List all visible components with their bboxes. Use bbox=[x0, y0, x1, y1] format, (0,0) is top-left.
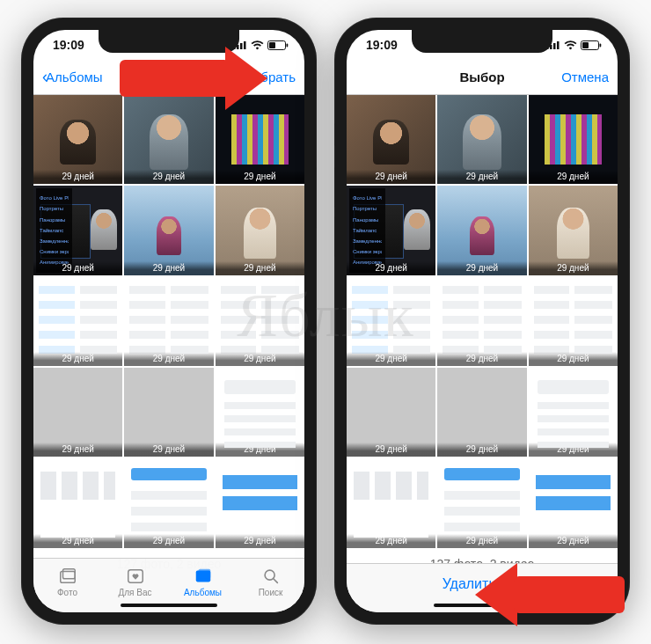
thumbnail[interactable]: 29 дней bbox=[33, 458, 122, 547]
tab-label: Альбомы bbox=[184, 588, 222, 597]
thumbnail[interactable]: Фото Live PhotosПортретыПанорамыТаймлапс… bbox=[347, 186, 435, 274]
back-label: Альбомы bbox=[46, 70, 103, 84]
albums-icon bbox=[194, 567, 213, 586]
side-button bbox=[316, 167, 317, 229]
svg-rect-19 bbox=[582, 42, 589, 48]
thumbnail[interactable]: 29 дней bbox=[529, 186, 618, 274]
svg-rect-5 bbox=[269, 42, 275, 48]
thumbnail[interactable]: 29 дней bbox=[347, 95, 435, 184]
thumbnail[interactable]: 29 дней bbox=[437, 368, 526, 457]
media-types-sidebar: Фото Live PhotosПортретыПанорамыТаймлапс… bbox=[36, 188, 72, 272]
thumbnail[interactable]: 29 дней bbox=[33, 95, 122, 184]
thumbnail[interactable]: 29 дней bbox=[437, 277, 526, 366]
search-icon bbox=[261, 567, 281, 586]
thumbnail[interactable]: 29 дней bbox=[437, 458, 526, 547]
thumbnail[interactable]: 29 дней bbox=[437, 95, 526, 184]
wifi-icon bbox=[564, 40, 577, 50]
back-button[interactable]: ‹ Альбомы bbox=[39, 68, 109, 86]
status-time: 19:09 bbox=[53, 38, 84, 52]
screen-right: 19:09 Выбор Отмена 29 дней 29 дней bbox=[347, 30, 618, 612]
tab-label: Поиск bbox=[259, 588, 283, 597]
thumbnail[interactable]: 29 дней bbox=[347, 277, 435, 366]
photo-grid-scroll[interactable]: 29 дней 29 дней 29 дней Фото Live Photos… bbox=[347, 95, 618, 563]
cancel-label: Отмена bbox=[561, 70, 609, 84]
thumbnail[interactable]: 29 дней bbox=[33, 277, 122, 366]
summary-count: 127 фото, 2 видео bbox=[347, 548, 618, 563]
tab-photos[interactable]: Фото bbox=[33, 559, 101, 612]
photos-icon bbox=[58, 567, 77, 586]
thumbnail[interactable]: 29 дней bbox=[529, 95, 618, 184]
thumbnail[interactable]: 29 дней bbox=[216, 368, 304, 457]
status-indicators bbox=[546, 40, 602, 50]
photo-grid: 29 дней 29 дней 29 дней Фото Live Photos… bbox=[347, 95, 618, 548]
volume-up bbox=[21, 167, 22, 208]
thumbnail[interactable]: 29 дней bbox=[437, 186, 526, 274]
status-time: 19:09 bbox=[366, 38, 398, 52]
heart-icon bbox=[126, 567, 145, 586]
side-button bbox=[629, 167, 630, 229]
battery-icon bbox=[267, 40, 289, 50]
svg-rect-17 bbox=[557, 41, 560, 49]
nav-title: Выбор bbox=[422, 70, 542, 84]
thumbnail[interactable]: 29 дней bbox=[347, 458, 435, 547]
thumbnail[interactable]: 29 дней bbox=[124, 368, 213, 457]
annotation-arrow-select bbox=[120, 47, 269, 110]
thumbnail[interactable]: 29 дней bbox=[216, 277, 304, 366]
cancel-button[interactable]: Отмена bbox=[542, 70, 612, 84]
nav-bar: Выбор Отмена bbox=[347, 60, 618, 95]
thumbnail[interactable]: 29 дней bbox=[216, 458, 304, 547]
thumbnail[interactable]: Фото Live PhotosПортретыПанорамыТаймлапс… bbox=[33, 186, 122, 274]
thumbnail[interactable]: 29 дней bbox=[347, 368, 435, 457]
svg-rect-6 bbox=[287, 43, 289, 47]
volume-down bbox=[21, 216, 22, 257]
home-indicator[interactable] bbox=[121, 604, 217, 607]
thumbnail[interactable]: 29 дней bbox=[124, 277, 213, 366]
mute-switch bbox=[21, 123, 22, 146]
thumbnail[interactable]: 29 дней bbox=[216, 186, 304, 274]
svg-rect-8 bbox=[62, 569, 75, 579]
photo-grid-scroll[interactable]: 29 дней 29 дней 29 дней Фото Live Photos… bbox=[33, 95, 304, 572]
thumbnail[interactable]: 29 дней bbox=[529, 277, 618, 366]
tab-search[interactable]: Поиск bbox=[237, 559, 304, 612]
mute-switch bbox=[334, 123, 335, 146]
volume-up bbox=[334, 167, 335, 208]
svg-rect-11 bbox=[198, 569, 210, 579]
battery-icon bbox=[581, 40, 602, 50]
screen-left: 19:09 ‹ Альбомы Н Выбрать bbox=[33, 30, 304, 612]
thumbnail[interactable]: 29 дней bbox=[529, 458, 618, 547]
phone-right: 19:09 Выбор Отмена 29 дней 29 дней bbox=[334, 18, 630, 625]
tab-label: Для Вас bbox=[118, 588, 151, 597]
tab-label: Фото bbox=[57, 588, 77, 597]
thumbnail[interactable]: 29 дней bbox=[33, 368, 122, 457]
thumbnail[interactable]: 29 дней bbox=[124, 186, 213, 274]
svg-rect-20 bbox=[600, 43, 602, 47]
notch bbox=[412, 30, 552, 53]
photo-grid: 29 дней 29 дней 29 дней Фото Live Photos… bbox=[33, 95, 304, 548]
svg-line-13 bbox=[273, 579, 277, 583]
thumbnail[interactable]: 29 дней bbox=[124, 458, 213, 547]
volume-down bbox=[334, 216, 335, 257]
annotation-arrow-delete bbox=[475, 563, 625, 626]
thumbnail[interactable]: 29 дней bbox=[529, 368, 618, 457]
media-types-sidebar: Фото Live PhotosПортретыПанорамыТаймлапс… bbox=[349, 188, 385, 272]
svg-rect-16 bbox=[553, 43, 556, 49]
